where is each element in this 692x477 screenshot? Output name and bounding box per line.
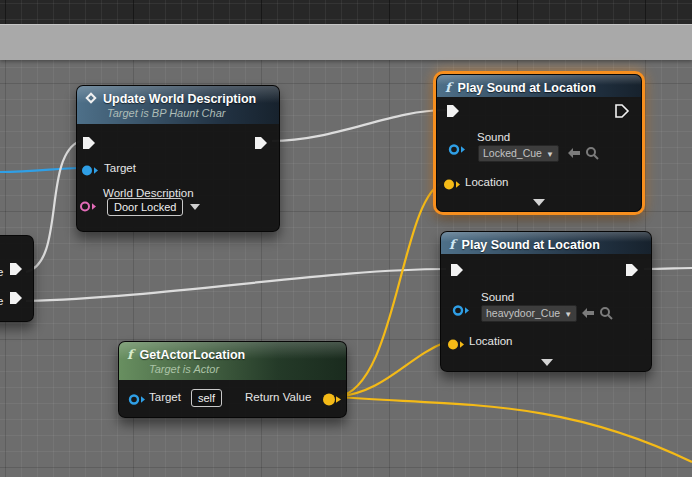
use-selected-asset-icon[interactable] xyxy=(567,147,581,159)
function-icon: f xyxy=(127,347,133,362)
target-pin-label: Target xyxy=(104,162,136,174)
exec-in-pin[interactable] xyxy=(446,104,461,122)
clipped-pin-label-2: e xyxy=(0,295,3,307)
function-icon: f xyxy=(449,237,455,252)
location-pin-label: Location xyxy=(465,176,508,188)
exec-out-pin[interactable] xyxy=(625,263,640,281)
exec-out-pin[interactable] xyxy=(9,262,24,280)
node-play-sound-locked[interactable]: fPlay Sound at Location Sound Locked_Cue… xyxy=(436,74,642,212)
advanced-pins-chevron-icon[interactable] xyxy=(533,199,545,206)
target-pin-label: Target xyxy=(149,391,181,403)
sound-asset-name: Locked_Cue xyxy=(483,147,542,159)
target-pin[interactable] xyxy=(81,163,99,181)
wire-object-target xyxy=(0,168,80,172)
wire-vector-to-location-2 xyxy=(337,342,446,397)
exec-out-pin[interactable] xyxy=(9,291,24,309)
world-description-value-field[interactable]: Door Locked xyxy=(107,198,183,216)
browse-asset-icon[interactable] xyxy=(599,306,613,320)
node-update-world-description[interactable]: Update World Description Target is BP Ha… xyxy=(76,85,280,232)
return-value-label: Return Value xyxy=(245,391,311,403)
dropdown-arrow-icon: ▼ xyxy=(546,150,554,159)
comment-node-header[interactable] xyxy=(0,24,692,60)
clipped-left-node[interactable]: e e xyxy=(0,235,34,322)
blueprint-graph-canvas[interactable]: e e Update World Description Target is B… xyxy=(0,0,692,477)
asset-utility-icons xyxy=(567,146,599,160)
node-header[interactable]: fPlay Sound at Location xyxy=(437,75,641,97)
sound-asset-dropdown[interactable]: heavydoor_Cue▼ xyxy=(481,305,577,322)
exec-out-pin[interactable] xyxy=(615,104,630,122)
node-title: GetActorLocation xyxy=(140,348,246,362)
target-self-field[interactable]: self xyxy=(191,389,222,407)
sound-pin[interactable] xyxy=(452,303,470,321)
node-subtitle: Target is Actor xyxy=(149,363,336,376)
dispatcher-diamond-icon xyxy=(85,93,96,104)
wire-exec-update-to-play-sound-1 xyxy=(272,110,446,141)
exec-in-pin[interactable] xyxy=(82,136,97,154)
location-pin-label: Location xyxy=(469,335,512,347)
use-selected-asset-icon[interactable] xyxy=(581,307,595,319)
dropdown-arrow-icon[interactable] xyxy=(190,204,200,210)
dropdown-arrow-icon: ▼ xyxy=(564,310,572,319)
wire-exec-to-update-world xyxy=(26,141,80,272)
wire-exec-to-play-sound-2 xyxy=(26,269,446,301)
node-title: Play Sound at Location xyxy=(462,238,600,252)
node-header[interactable]: fPlay Sound at Location xyxy=(441,232,651,254)
node-header[interactable]: fGetActorLocation Target is Actor xyxy=(119,342,346,380)
sound-asset-name: heavydoor_Cue xyxy=(486,307,560,319)
node-get-actor-location[interactable]: fGetActorLocation Target is Actor Target… xyxy=(118,341,347,418)
graph-background-strip xyxy=(0,0,692,24)
node-title: Update World Description xyxy=(103,92,256,106)
function-icon: f xyxy=(445,80,451,95)
sound-pin[interactable] xyxy=(448,142,466,160)
sound-pin-label: Sound xyxy=(481,291,514,303)
browse-asset-icon[interactable] xyxy=(585,146,599,160)
world-description-pin[interactable] xyxy=(79,199,97,217)
location-pin[interactable] xyxy=(447,337,465,355)
wire-vector-off-right xyxy=(337,397,692,462)
node-title: Play Sound at Location xyxy=(458,81,596,95)
exec-out-pin[interactable] xyxy=(254,136,269,154)
sound-pin-label: Sound xyxy=(477,131,510,143)
node-header[interactable]: Update World Description Target is BP Ha… xyxy=(77,86,279,124)
node-subtitle: Target is BP Haunt Char xyxy=(107,107,269,120)
return-value-pin[interactable] xyxy=(322,392,342,410)
advanced-pins-chevron-icon[interactable] xyxy=(541,359,553,366)
wire-vector-to-location-1 xyxy=(337,182,444,397)
target-pin[interactable] xyxy=(128,392,146,410)
node-play-sound-heavydoor[interactable]: fPlay Sound at Location Sound heavydoor_… xyxy=(440,231,652,372)
exec-in-pin[interactable] xyxy=(450,263,465,281)
asset-utility-icons xyxy=(581,306,613,320)
location-pin[interactable] xyxy=(443,177,461,195)
clipped-pin-label-1: e xyxy=(0,266,3,278)
sound-asset-dropdown[interactable]: Locked_Cue▼ xyxy=(478,145,559,162)
